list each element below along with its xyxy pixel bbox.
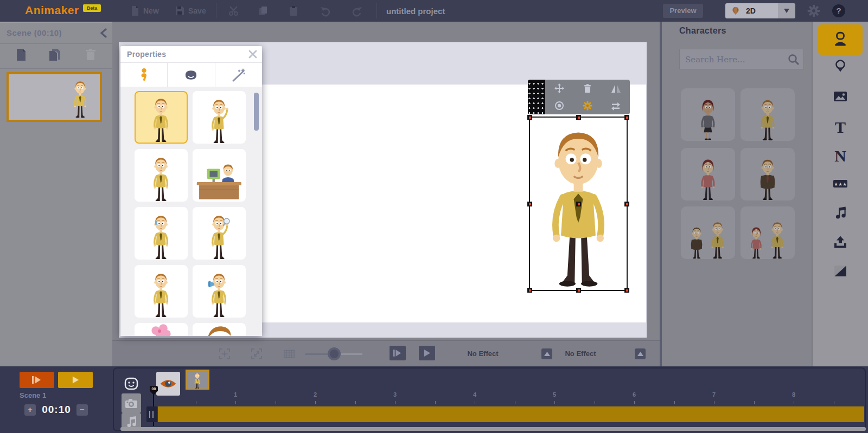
resize-handle-e[interactable]: [624, 202, 629, 206]
ruler-tick: [515, 401, 515, 404]
character-card-yellow-man[interactable]: [741, 88, 795, 141]
add-scene-icon[interactable]: [14, 48, 28, 62]
properties-header: Properties: [120, 46, 262, 63]
copy-icon[interactable]: [257, 5, 269, 17]
save-button[interactable]: Save: [188, 7, 206, 15]
track-camera-button[interactable]: [122, 393, 141, 413]
delete-button[interactable]: [573, 80, 602, 97]
play-scene-button[interactable]: [419, 346, 435, 360]
tab-poses[interactable]: [120, 63, 168, 87]
play-from-start-button[interactable]: [390, 346, 406, 360]
rail-upload-tab[interactable]: [833, 236, 847, 251]
gradient-swatch-icon: [833, 264, 847, 277]
rail-effects-tab[interactable]: ★★★: [833, 178, 848, 192]
chevron-down-icon: [784, 9, 789, 13]
tab-effects[interactable]: [215, 63, 262, 87]
pose-card-bow[interactable]: [193, 323, 246, 336]
pose-card-desk[interactable]: [193, 149, 246, 202]
cut-icon[interactable]: [228, 5, 240, 17]
flip-button[interactable]: [602, 80, 630, 97]
undo-icon[interactable]: [319, 5, 331, 17]
tab-expressions[interactable]: [168, 63, 215, 87]
resize-handle-ne[interactable]: [624, 115, 629, 120]
increase-duration-button[interactable]: +: [24, 404, 36, 416]
resize-handle-nw[interactable]: [527, 115, 532, 120]
delete-scene-icon[interactable]: [84, 48, 98, 62]
pose-card-stand[interactable]: [135, 91, 188, 144]
pose-list-scrollbar[interactable]: [254, 93, 259, 131]
resize-handle-se[interactable]: [624, 288, 629, 293]
rail-characters-tab[interactable]: [833, 31, 848, 48]
search-icon[interactable]: [787, 53, 800, 66]
object-settings-button[interactable]: [573, 97, 602, 114]
chevron-up-icon: [637, 352, 643, 356]
pose-card-wave[interactable]: [193, 91, 246, 144]
center-handle[interactable]: [576, 202, 581, 206]
resize-handle-s[interactable]: [576, 288, 581, 293]
collapse-panel-icon[interactable]: [100, 28, 107, 38]
close-icon[interactable]: [248, 49, 258, 59]
focus-button[interactable]: [545, 97, 573, 114]
pose-card-side[interactable]: [135, 149, 188, 202]
duration-bar-handle[interactable]: [146, 406, 157, 422]
move-button[interactable]: [545, 80, 573, 97]
character-card-red-woman[interactable]: [681, 148, 735, 201]
project-title[interactable]: untitled project: [386, 7, 445, 16]
timeline-character-thumbnail[interactable]: [186, 370, 209, 390]
character-card-suit-man[interactable]: [741, 148, 795, 201]
mode-current[interactable]: 2D: [725, 3, 778, 18]
ruler-tick: [794, 401, 794, 404]
scene-name-label[interactable]: Scene 1: [20, 391, 46, 399]
pose-card-megaphone[interactable]: [193, 265, 246, 318]
rail-music-tab[interactable]: [833, 206, 847, 222]
new-button[interactable]: New: [143, 7, 159, 15]
rail-images-tab[interactable]: [833, 90, 848, 105]
character-card-businesswoman[interactable]: [681, 88, 735, 141]
preview-button[interactable]: Preview: [663, 4, 703, 18]
settings-gear-icon[interactable]: [807, 4, 820, 17]
ruler-second-7: 7: [712, 391, 716, 398]
swap-button[interactable]: [602, 97, 630, 114]
selected-object[interactable]: [529, 117, 628, 291]
zoom-slider-knob[interactable]: [328, 347, 341, 360]
resize-handle-w[interactable]: [527, 202, 532, 206]
fullscreen-icon[interactable]: [251, 348, 263, 360]
timeline-scrollbar[interactable]: [120, 427, 866, 431]
character-card-handshake[interactable]: [681, 206, 735, 259]
rail-numbers-tab[interactable]: N: [834, 148, 846, 164]
scene-duration-bar[interactable]: [158, 406, 864, 422]
exit-effect-dropdown[interactable]: [635, 348, 646, 359]
grid-icon[interactable]: [283, 348, 295, 360]
new-page-icon[interactable]: [129, 5, 141, 17]
track-character-button[interactable]: [122, 374, 141, 393]
pose-card-magnify[interactable]: [193, 207, 246, 260]
pose-card-flowers[interactable]: [135, 323, 188, 336]
paste-icon[interactable]: [288, 5, 299, 17]
play-scene-button-timeline[interactable]: [58, 372, 93, 388]
decrease-duration-button[interactable]: −: [76, 404, 88, 416]
resize-handle-sw[interactable]: [527, 288, 532, 293]
help-button[interactable]: ?: [832, 4, 845, 17]
pose-card-stand2[interactable]: [135, 265, 188, 318]
save-icon[interactable]: [174, 5, 186, 17]
move-icon: [554, 83, 564, 93]
play-all-button[interactable]: [20, 372, 54, 388]
enter-effect-dropdown[interactable]: [541, 348, 552, 359]
pose-card-phone[interactable]: [135, 207, 188, 260]
mode-dropdown-arrow[interactable]: [778, 3, 795, 18]
toolbar-drag-handle[interactable]: [528, 80, 545, 114]
character-card-couple[interactable]: [741, 206, 795, 259]
mode-dropdown[interactable]: 2D: [725, 3, 795, 18]
pose-person-icon: [137, 67, 150, 82]
redo-icon[interactable]: [352, 5, 363, 17]
rail-props-tab[interactable]: [833, 59, 847, 76]
rail-text-tab[interactable]: T: [835, 120, 846, 135]
rail-background-tab[interactable]: [833, 264, 847, 280]
resize-handle-n[interactable]: [576, 115, 581, 120]
search-input[interactable]: [684, 51, 784, 68]
scene-thumbnail[interactable]: [7, 72, 102, 122]
toggle-visibility-cell[interactable]: [156, 372, 180, 396]
duplicate-scene-icon[interactable]: [48, 48, 62, 62]
center-canvas-icon[interactable]: [219, 348, 231, 360]
character-track-icon: [124, 377, 139, 391]
